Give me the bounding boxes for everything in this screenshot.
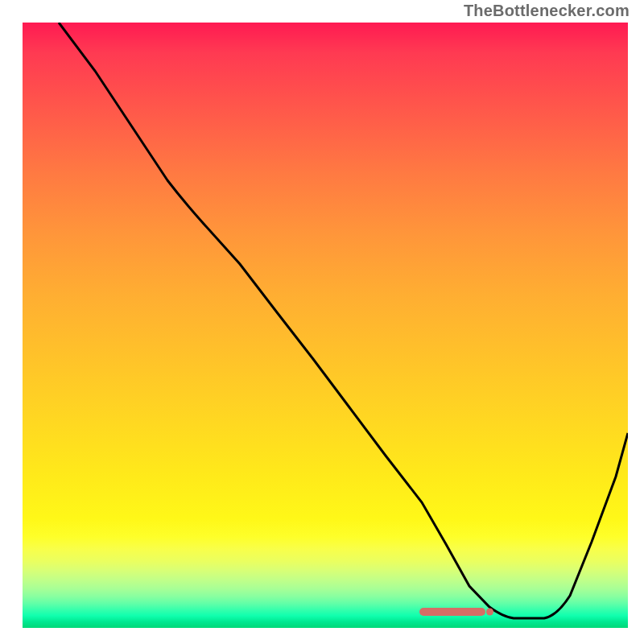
chart-plot-area (23, 23, 628, 628)
optimal-range-marker (419, 608, 486, 616)
bottleneck-curve-path (59, 23, 628, 618)
watermark-text: TheBottlenecker.com (464, 2, 630, 20)
chart-curve-svg (23, 23, 628, 628)
